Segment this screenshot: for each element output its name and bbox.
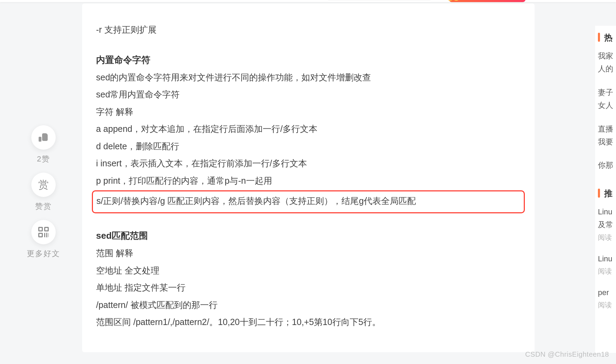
more-articles-button[interactable]: 更多好文 <box>27 220 60 259</box>
sidebar-hot-item[interactable]: 妻子 女人 <box>598 86 616 112</box>
like-count-label: 2赞 <box>37 154 50 164</box>
reward-label: 赞赏 <box>35 201 52 212</box>
highlighted-line: s/正则/替换内容/g 匹配正则内容，然后替换内容（支持正则），结尾g代表全局匹… <box>92 190 525 213</box>
article-line: i insert，表示插入文本，在指定行前添加一行/多行文本 <box>96 155 521 172</box>
article-line: a append，对文本追加，在指定行后面添加一行/多行文本 <box>96 121 521 137</box>
sidebar-hot-item[interactable]: 直播 我要 <box>598 122 616 149</box>
article-line: 空地址 全文处理 <box>96 262 521 279</box>
article-line-highlight: s/正则/替换内容/g 匹配正则内容，然后替换内容（支持正则），结尾g代表全局匹… <box>96 193 520 209</box>
article-line: p print，打印匹配行的内容，通常p与-n一起用 <box>96 173 521 189</box>
article-line: sed常用内置命令字符 <box>96 86 521 103</box>
article-line: -r 支持正则扩展 <box>96 22 521 38</box>
section-title-builtin: 内置命令字符 <box>96 52 521 69</box>
sidebar-hot-item[interactable]: 你那 <box>598 159 616 172</box>
right-sidebar: 热 我家 人的 妻子 女人 直播 我要 你那 推 Linu 及常 阅读 Linu <box>595 26 616 353</box>
sidebar-heading-recommend: 推 <box>595 188 616 199</box>
qr-icon <box>38 227 49 237</box>
thumb-icon <box>39 133 48 142</box>
sidebar-hot-item[interactable]: 我家 人的 <box>598 49 616 76</box>
sidebar-rec-item[interactable]: Linu 阅读 <box>598 252 616 277</box>
article-body: -r 支持正则扩展 内置命令字符 sed的内置命令字符用来对文件进行不同的操作功… <box>82 3 535 352</box>
reward-button[interactable]: 赏 赞赏 <box>31 173 56 212</box>
reward-icon: 赏 <box>31 173 56 197</box>
section-title-range: sed匹配范围 <box>96 227 521 244</box>
article-line: sed的内置命令字符用来对文件进行不同的操作功能，如对文件增删改查 <box>96 69 521 86</box>
left-rail: 2赞 赏 赞赏 更多好文 <box>24 125 63 259</box>
article-line: 范围区间 /pattern1/,/pattern2/。10,20十到二十行；10… <box>96 314 521 331</box>
sidebar-rec-item[interactable]: per 阅读 <box>598 286 616 311</box>
article-line: d delete，删除匹配行 <box>96 138 521 155</box>
promo-badge[interactable] <box>449 0 526 2</box>
like-button[interactable]: 2赞 <box>31 125 56 164</box>
search-input[interactable] <box>327 0 432 0</box>
more-articles-label: 更多好文 <box>27 248 60 259</box>
article-line: 范围 解释 <box>96 245 521 262</box>
article-line: 单地址 指定文件某一行 <box>96 279 521 296</box>
watermark: CSDN @ChrisEighteen18 <box>525 350 609 358</box>
sidebar-rec-item[interactable]: Linu 及常 阅读 <box>598 205 616 243</box>
sidebar-heading-hot: 热 <box>595 32 616 43</box>
top-bar <box>0 0 616 2</box>
article-line: 字符 解释 <box>96 104 521 120</box>
article-line: /pattern/ 被模式匹配到的那一行 <box>96 297 521 314</box>
